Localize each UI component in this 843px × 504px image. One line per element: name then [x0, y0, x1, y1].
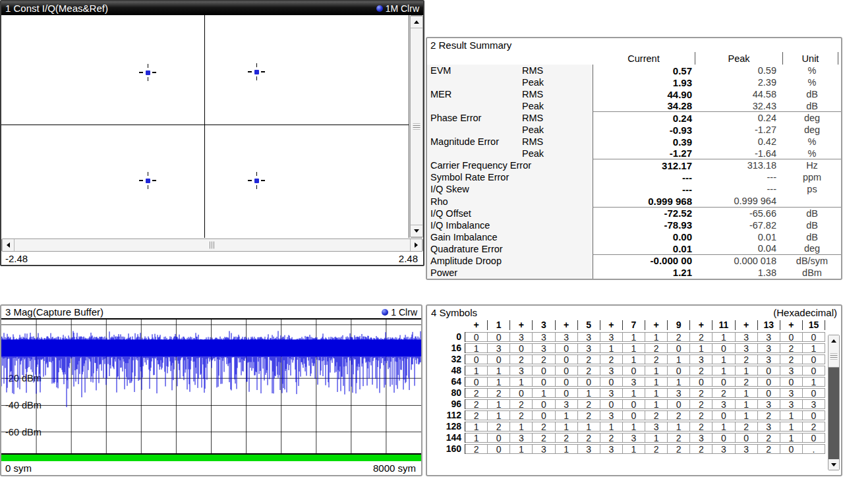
hex-format-label: (Hexadecimal) — [773, 307, 837, 318]
symbol-cell: 0 — [803, 332, 825, 342]
result-row: Carrier Frequency Error312.17313.18Hz — [427, 159, 841, 171]
symbol-row: 320022022121312320 — [428, 354, 825, 364]
result-unit-value: % — [783, 148, 841, 159]
symbol-expand-header[interactable]: + — [600, 320, 623, 330]
constellation-dot-icon — [146, 179, 150, 183]
symbol-cell: 1 — [623, 354, 645, 364]
mag-trace-legend[interactable]: 1 Clrw — [382, 307, 417, 318]
vertical-scroll-thumb[interactable] — [411, 28, 422, 225]
result-column-header: Current Peak Unit — [427, 52, 841, 65]
symbol-cell: 3 — [533, 343, 555, 353]
mag-capture-panel: 3 Mag(Capture Buffer) 1 Clrw -20 dBm -40… — [0, 304, 422, 476]
result-peak-value: 2.39 — [695, 77, 783, 88]
symbol-cell: 0 — [488, 433, 510, 443]
symbol-cell: 0 — [578, 377, 600, 387]
symbol-cell: 1 — [556, 422, 578, 432]
crosshair-left — [248, 180, 252, 181]
result-row-label: Power — [427, 267, 522, 279]
symbol-cell: 0 — [758, 366, 780, 376]
symbol-cell: 2 — [645, 343, 668, 353]
result-unit-value: dB — [783, 220, 841, 231]
symbol-cell: 2 — [690, 399, 712, 409]
symbol-expand-header[interactable]: + — [510, 320, 533, 330]
scroll-down-button[interactable] — [828, 459, 839, 470]
scroll-right-button[interactable] — [410, 239, 422, 251]
symbols-scroll-thumb[interactable] — [828, 346, 839, 368]
result-unit-value: dB/sym — [783, 256, 841, 266]
symbol-cell: 1 — [645, 399, 668, 409]
symbol-cell: 0 — [556, 377, 578, 387]
const-trace-legend[interactable]: 1M Clrw — [376, 3, 419, 14]
horizontal-scroll-thumb[interactable] — [15, 239, 410, 251]
result-peak-value: 0.24 — [695, 113, 783, 123]
x-min-label: -2.48 — [5, 253, 28, 264]
scrollbar-track[interactable] — [828, 368, 839, 459]
result-current-value: -0.000 00 — [593, 255, 695, 266]
symbol-row: 1122120123022201210 — [428, 410, 825, 420]
result-row-sublabel: RMS — [522, 136, 593, 148]
symbol-cell: 2 — [645, 354, 668, 364]
scroll-down-button[interactable] — [411, 225, 422, 237]
symbol-expand-header[interactable]: + — [690, 320, 712, 330]
symbols-panel: 4 Symbols (Hexadecimal) +1+3+5+7+9+11+13… — [426, 304, 842, 476]
result-unit-value: % — [783, 136, 841, 147]
symbol-cell: 0 — [556, 354, 578, 364]
mag-plot-area[interactable]: -20 dBm -40 dBm -60 dBm — [1, 318, 421, 455]
mag-title-bar[interactable]: 3 Mag(Capture Buffer) 1 Clrw — [1, 306, 421, 318]
result-row-label: Gain Imbalance — [427, 231, 522, 243]
symbol-cell: 2 — [690, 366, 712, 376]
symbol-cell: 1 — [780, 422, 803, 432]
down-arrow-icon — [414, 229, 419, 235]
const-horizontal-scrollbar[interactable] — [1, 238, 423, 252]
const-vertical-scrollbar[interactable] — [410, 15, 423, 238]
sync-status-bar — [1, 455, 421, 461]
crosshair-top — [256, 172, 258, 176]
symbol-cell: 1 — [465, 422, 488, 432]
result-row-values: ------ppm — [593, 171, 841, 183]
crosshair-right — [152, 72, 156, 73]
const-plot-area[interactable] — [1, 15, 409, 238]
symbol-cell: 1 — [623, 444, 645, 454]
symbol-cell: 3 — [488, 343, 510, 353]
result-row-label: I/Q Skew — [427, 183, 522, 195]
symbols-scrollbar[interactable] — [828, 335, 840, 470]
result-current-value: --- — [593, 184, 695, 195]
const-title-bar[interactable]: 1 Const I/Q(Meas&Ref) 1M Clrw — [1, 1, 423, 15]
symbol-cell: 0 — [736, 433, 758, 443]
symbol-cell: 2 — [758, 410, 780, 420]
mag-trace-label: 1 Clrw — [391, 307, 417, 318]
symbol-cell: 1 — [488, 377, 510, 387]
symbol-cell: 1 — [690, 343, 712, 353]
symbol-expand-header[interactable]: + — [736, 320, 758, 330]
result-title-bar[interactable]: 2 Result Summary — [427, 38, 841, 52]
scroll-up-button[interactable] — [828, 335, 839, 346]
crosshair-right — [152, 180, 156, 181]
symbol-row-index: 16 — [428, 343, 465, 353]
symbol-cell: 0 — [668, 399, 690, 409]
symbol-expand-header[interactable]: + — [465, 320, 488, 330]
symbol-cell: 3 — [758, 332, 780, 342]
result-row-sublabel: Peak — [522, 124, 593, 136]
symbol-cell: 0 — [556, 388, 578, 398]
symbol-expand-header[interactable]: + — [780, 320, 803, 330]
symbol-cell: 1 — [488, 410, 510, 420]
symbol-cell: 2 — [510, 410, 533, 420]
crosshair-top — [148, 64, 149, 68]
scroll-left-button[interactable] — [2, 239, 15, 251]
scroll-up-button[interactable] — [411, 16, 422, 28]
result-row: Magnitude ErrorRMS0.390.42% — [427, 136, 841, 148]
column-header-unit: Unit — [783, 52, 838, 65]
symbol-cell: 3 — [578, 444, 600, 454]
result-peak-value: --- — [695, 184, 783, 194]
symbol-expand-header[interactable]: + — [645, 320, 668, 330]
symbol-cell: 1 — [578, 388, 600, 398]
symbol-cell: 0 — [600, 399, 623, 409]
constellation-point — [248, 63, 265, 80]
symbol-row: 640110000311002001 — [428, 377, 825, 387]
constellation-dot-icon — [146, 70, 150, 75]
result-row-values: -0.93-1.27deg — [593, 124, 841, 136]
result-row-sublabel — [522, 243, 593, 255]
symbol-expand-header[interactable]: + — [556, 320, 578, 330]
symbols-title-bar[interactable]: 4 Symbols (Hexadecimal) — [427, 306, 841, 319]
symbol-cell: 2 — [578, 366, 600, 376]
